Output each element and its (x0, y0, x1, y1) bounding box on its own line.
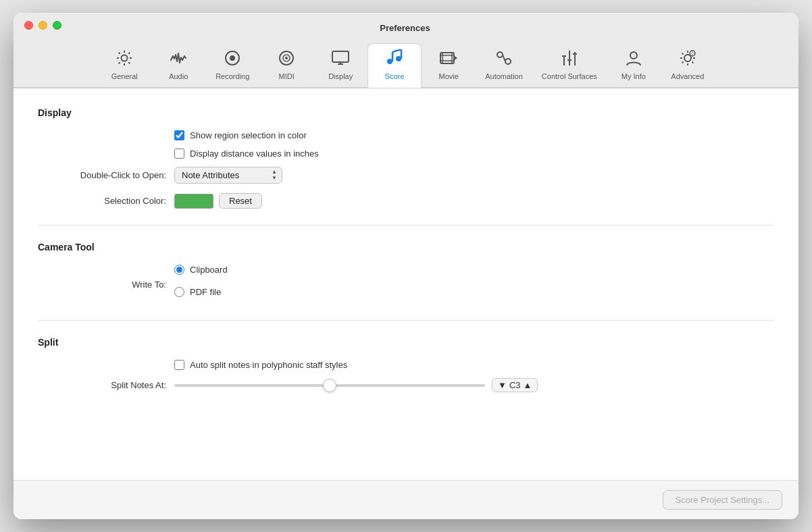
selection-color-label: Selection Color: (38, 196, 166, 206)
minimize-button[interactable] (39, 21, 47, 30)
reset-button[interactable]: Reset (219, 193, 262, 209)
toolbar-label-advanced: Advanced (671, 72, 704, 80)
toolbar-label-automation: Automation (485, 72, 523, 80)
show-region-label: Show region selection in color (190, 130, 307, 140)
audio-icon (170, 49, 187, 70)
svg-line-8 (119, 62, 120, 63)
toolbar-item-automation[interactable]: Automation (476, 44, 532, 87)
traffic-lights (24, 21, 61, 30)
svg-point-47 (690, 51, 695, 56)
svg-point-0 (122, 55, 128, 61)
selection-color-row: Selection Color: Reset (38, 193, 774, 209)
divider-2 (38, 320, 774, 321)
toolbar-item-movie[interactable]: Movie (422, 44, 476, 87)
show-region-checkbox[interactable] (174, 130, 184, 140)
svg-line-44 (692, 61, 693, 63)
svg-line-7 (129, 53, 130, 54)
control-surfaces-icon (560, 49, 579, 70)
write-to-options: Clipboard PDF file (174, 265, 228, 304)
toolbar-item-display[interactable]: Display (313, 44, 367, 87)
write-to-row: Write To: Clipboard PDF file (38, 265, 774, 304)
display-section-title: Display (38, 107, 774, 118)
svg-point-13 (285, 57, 288, 59)
bottom-bar: Score Project Settings... (14, 480, 798, 519)
display-distance-label: Display distance values in inches (190, 149, 319, 159)
midi-icon (278, 49, 295, 70)
camera-tool-section-title: Camera Tool (38, 242, 774, 252)
automation-icon (494, 49, 513, 70)
display-section: Display Show region selection in color D… (38, 107, 774, 209)
toolbar-item-audio[interactable]: Audio (151, 44, 205, 87)
svg-line-43 (682, 53, 683, 55)
score-icon (384, 49, 405, 70)
split-section-title: Split (38, 337, 774, 348)
note-value: C3 (509, 380, 521, 390)
auto-split-checkbox[interactable] (174, 360, 184, 370)
split-slider-track[interactable] (174, 384, 485, 387)
general-icon (116, 49, 133, 70)
toolbar-label-midi: MIDI (279, 72, 295, 80)
movie-icon (439, 49, 458, 70)
show-region-selection-row: Show region selection in color (174, 130, 774, 140)
toolbar-label-score: Score (385, 72, 405, 80)
preferences-window: Preferences (14, 13, 798, 519)
toolbar-label-general: General (111, 72, 138, 80)
svg-point-38 (684, 55, 691, 61)
svg-rect-14 (332, 51, 349, 62)
toolbar-item-recording[interactable]: Recording (205, 44, 259, 87)
toolbar-item-control-surfaces[interactable]: Control Surfaces (532, 44, 607, 87)
svg-line-30 (503, 55, 505, 61)
svg-point-29 (505, 59, 511, 64)
clipboard-radio[interactable] (174, 265, 184, 275)
toolbar-label-control-surfaces: Control Surfaces (542, 72, 597, 80)
display-distance-row: Display distance values in inches (174, 149, 774, 159)
toolbar-label-my-info: My Info (621, 72, 646, 80)
score-project-settings-button[interactable]: Score Project Settings... (663, 490, 782, 510)
toolbar-item-score[interactable]: Score (367, 43, 422, 88)
window-title: Preferences (380, 23, 430, 33)
auto-split-row: Auto split notes in polyphonic staff sty… (174, 360, 774, 370)
split-slider-container: ▼ C3 ▲ (174, 378, 538, 392)
auto-split-label: Auto split notes in polyphonic staff sty… (190, 360, 347, 370)
pdf-radio-row: PDF file (174, 287, 228, 297)
close-button[interactable] (24, 21, 33, 30)
svg-line-21 (392, 49, 401, 52)
double-click-select[interactable]: Note Attributes Score Editor Piano Roll (174, 167, 282, 184)
toolbar-item-advanced[interactable]: Advanced (661, 44, 715, 87)
recording-icon (224, 49, 241, 70)
toolbar-label-movie: Movie (439, 72, 459, 80)
toolbar-item-my-info[interactable]: My Info (607, 44, 661, 87)
toolbar-item-general[interactable]: General (97, 44, 151, 87)
pdf-label: PDF file (190, 287, 221, 297)
split-slider-thumb[interactable] (323, 379, 336, 392)
clipboard-label: Clipboard (190, 265, 228, 275)
double-click-label: Double-Click to Open: (38, 170, 166, 180)
note-down-arrow[interactable]: ▼ (498, 380, 507, 390)
svg-line-6 (129, 62, 130, 63)
note-control: ▼ C3 ▲ (492, 378, 538, 392)
svg-point-37 (630, 52, 637, 59)
color-swatch[interactable] (174, 194, 213, 209)
svg-point-10 (230, 55, 235, 61)
toolbar: General Audio Recording (24, 38, 788, 87)
split-notes-at-label: Split Notes At: (38, 380, 166, 390)
toolbar-label-display: Display (328, 72, 353, 80)
clipboard-radio-row: Clipboard (174, 265, 228, 275)
divider-1 (38, 225, 774, 225)
toolbar-label-recording: Recording (215, 72, 249, 80)
svg-point-28 (497, 52, 503, 57)
camera-tool-section: Camera Tool Write To: Clipboard PDF file (38, 242, 774, 304)
svg-line-46 (682, 61, 683, 63)
my-info-icon (625, 49, 642, 70)
maximize-button[interactable] (53, 21, 61, 30)
note-up-arrow[interactable]: ▲ (524, 380, 532, 390)
toolbar-item-midi[interactable]: MIDI (259, 44, 313, 87)
display-icon (331, 49, 350, 70)
pdf-radio[interactable] (174, 287, 184, 297)
toolbar-label-audio: Audio (169, 72, 188, 80)
split-notes-at-row: Split Notes At: ▼ C3 ▲ (38, 378, 774, 392)
content-area: Display Show region selection in color D… (14, 88, 798, 480)
svg-marker-27 (455, 56, 457, 60)
display-distance-checkbox[interactable] (174, 149, 184, 159)
svg-line-5 (119, 53, 120, 54)
